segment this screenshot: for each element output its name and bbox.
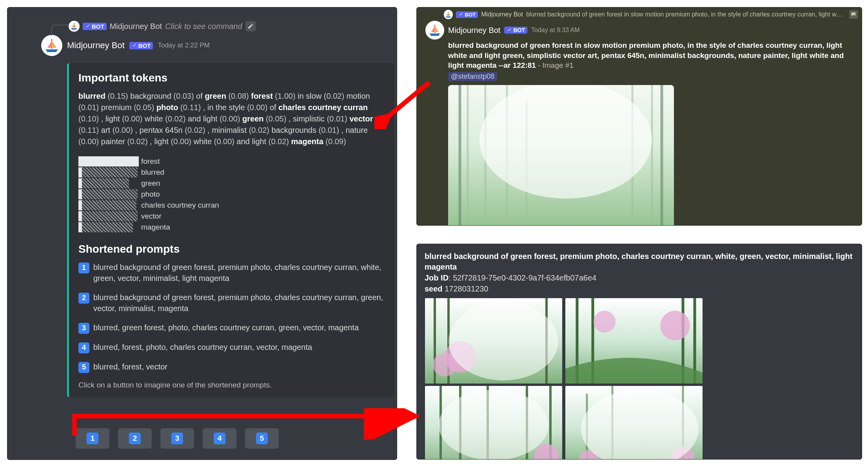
token-bar-label: magenta: [141, 223, 170, 232]
svg-line-39: [382, 82, 429, 121]
user-mention[interactable]: @stefanstp08: [448, 72, 497, 81]
bot-tag: BOT: [504, 27, 527, 34]
token-bar-row: photo: [78, 189, 385, 200]
bot-tag: BOT: [83, 23, 107, 30]
reply-command-hint: Click to see command: [165, 22, 242, 31]
reply-author: Midjourney Bot: [110, 22, 162, 31]
shortened-prompt-item: 4blurred, forest, photo, charles courtne…: [78, 342, 385, 353]
bot-tag-text: BOT: [513, 27, 525, 33]
avatar-tiny: [444, 10, 452, 19]
prompt-number-badge: 4: [78, 342, 89, 353]
bot-tag: BOT: [129, 42, 153, 49]
svg-point-9: [479, 85, 652, 199]
grid-image-3[interactable]: [425, 386, 563, 460]
token-bar-label: charles courtney curran: [141, 201, 219, 210]
edit-icon-button[interactable]: [245, 21, 256, 31]
token-bar-chart: forestblurredgreenphotocharles courtney …: [78, 156, 385, 233]
button-hint: Click on a button to imagine one of the …: [78, 381, 385, 389]
discord-message-panel-left: BOT Midjourney Bot Click to see command …: [7, 7, 397, 460]
generated-image[interactable]: [448, 85, 674, 226]
avatar-tiny: [69, 21, 80, 32]
author-name[interactable]: Midjourney Bot: [67, 40, 125, 51]
reply-reference[interactable]: BOT Midjourney Bot Click to see command: [69, 21, 397, 32]
token-bar-label: vector: [141, 212, 162, 221]
prompt-number-badge: 5: [78, 362, 89, 373]
svg-point-22: [660, 311, 690, 340]
image-icon: [851, 12, 856, 17]
prompt-number-badge: 2: [78, 293, 89, 304]
token-bar-row: forest: [78, 156, 385, 167]
annotation-arrow-top: [374, 78, 433, 129]
svg-point-15: [433, 353, 456, 376]
shortened-prompt-item: 1blurred background of green forest, pre…: [78, 262, 385, 284]
image-grid[interactable]: [425, 298, 703, 460]
check-icon: [85, 24, 91, 29]
message-timestamp: Today at 9:33 AM: [531, 27, 580, 34]
shortened-prompt-item: 2blurred background of green forest, pre…: [78, 292, 385, 314]
token-bar-row: charles courtney curran: [78, 200, 385, 211]
annotation-arrow-bottom: [71, 408, 423, 440]
prompt-text: blurred background of green forest in sl…: [448, 41, 844, 69]
message-header: Midjourney Bot BOT Today at 2:22 PM: [41, 35, 397, 56]
message-header: Midjourney Bot BOT Today at 9:33 AM: [417, 20, 862, 40]
grid-image-2[interactable]: [565, 298, 703, 384]
job-id-value: 52f72819-75e0-4302-9a7f-634efb07a6e4: [453, 273, 596, 282]
embed-card: Important tokens blurred (0.15) backgrou…: [67, 63, 394, 397]
grid-image-1[interactable]: [425, 298, 563, 384]
reply-prompt-preview: blurred background of green forest in sl…: [526, 11, 846, 18]
author-avatar[interactable]: [41, 35, 62, 56]
shortened-prompt-text: blurred background of green forest, prem…: [93, 262, 385, 284]
check-icon: [507, 27, 512, 33]
token-bar-row: blurred: [78, 167, 385, 178]
svg-point-31: [439, 390, 548, 460]
prompt-suffix: - Image #1: [536, 61, 574, 69]
prompt-number-badge: 3: [78, 323, 89, 334]
shortened-prompt-text: blurred, forest, vector: [93, 361, 167, 372]
job-id-line: Job ID: 52f72819-75e0-4302-9a7f-634efb07…: [425, 272, 854, 283]
discord-message-panel-bottomright: blurred background of green forest, prem…: [416, 244, 862, 460]
seed-line: seed 1728031230: [425, 283, 854, 294]
shortened-prompt-text: blurred, green forest, photo, charles co…: [93, 322, 359, 333]
seed-label: seed: [425, 284, 443, 293]
token-bar-row: magenta: [78, 222, 385, 233]
message-timestamp: Today at 2:22 PM: [158, 42, 209, 49]
job-id-label: Job ID: [425, 273, 449, 282]
bot-tag-text: BOT: [465, 12, 476, 18]
token-bar-label: blurred: [141, 168, 164, 177]
token-bar-row: vector: [78, 211, 385, 222]
reply-reference[interactable]: BOT Midjourney Bot blurred background of…: [417, 7, 862, 20]
seed-value: 1728031230: [445, 284, 488, 293]
shortened-prompt-text: blurred, forest, photo, charles courtney…: [93, 342, 312, 353]
token-weights-paragraph: blurred (0.15) background (0.03) of gree…: [78, 91, 385, 147]
generation-prompt: blurred background of green forest in sl…: [448, 40, 854, 71]
author-name[interactable]: Midjourney Bot: [448, 26, 500, 35]
bot-tag: BOT: [456, 11, 478, 18]
token-bar-label: photo: [141, 190, 160, 199]
pencil-icon: [247, 23, 254, 29]
token-bar-label: green: [141, 179, 160, 188]
bot-tag-text: BOT: [138, 42, 151, 49]
shortened-prompt-item: 3blurred, green forest, photo, charles c…: [78, 322, 385, 334]
token-bar-label: forest: [141, 157, 160, 166]
check-icon: [132, 43, 137, 48]
tokens-heading: Important tokens: [78, 72, 385, 84]
discord-message-panel-topright: BOT Midjourney Bot blurred background of…: [416, 7, 862, 226]
check-icon: [458, 12, 464, 17]
image-attachment-icon: [849, 10, 858, 19]
shortened-heading: Shortened prompts: [78, 243, 385, 255]
svg-point-16: [449, 302, 558, 380]
shortened-prompt-item: 5blurred, forest, vector: [78, 361, 385, 373]
bot-tag-text: BOT: [92, 23, 104, 30]
prompt-number-badge: 1: [78, 262, 89, 273]
token-bar-row: green: [78, 178, 385, 189]
svg-point-23: [594, 311, 616, 333]
reply-author: Midjourney Bot: [481, 11, 523, 18]
grid-image-4[interactable]: [565, 386, 703, 460]
reply-spine: [51, 25, 68, 36]
shortened-prompt-text: blurred background of green forest, prem…: [93, 292, 385, 314]
result-prompt: blurred background of green forest, prem…: [425, 251, 854, 272]
author-avatar[interactable]: [425, 21, 444, 40]
shortened-prompt-list: 1blurred background of green forest, pre…: [78, 262, 385, 373]
